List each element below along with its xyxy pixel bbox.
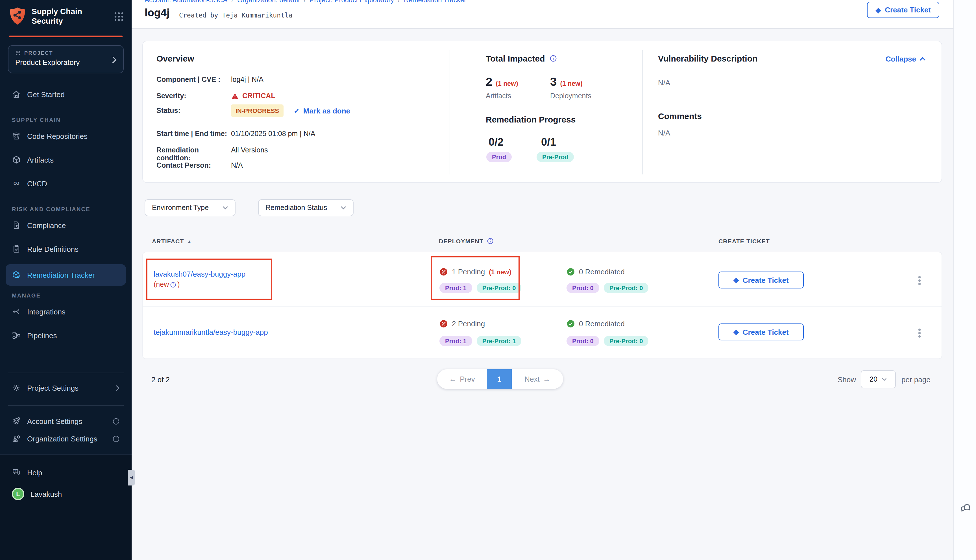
total-impacted-heading-row: Total Impacted [486, 53, 557, 63]
prev-page-button[interactable]: ← Prev [437, 369, 487, 389]
overview-row-component: Component | CVE : log4j | N/A [157, 76, 264, 83]
remediated-badges: Prod: 0 Pre-Prod: 0 [567, 336, 648, 346]
sidebar-item-cicd[interactable]: ∞ CI/CD [6, 175, 126, 192]
breadcrumb-organization[interactable]: Organization: default [237, 0, 300, 4]
card-divider [450, 50, 450, 175]
sidebar-item-artifacts[interactable]: Artifacts [6, 151, 126, 168]
card-divider [642, 50, 643, 175]
deployments-label: Deployments [550, 92, 591, 100]
column-header-create-ticket: CREATE TICKET [719, 238, 770, 245]
preprod-badge: Pre-Prod [537, 152, 574, 162]
user-name: Lavakush [30, 490, 62, 498]
integrations-icon [12, 307, 21, 316]
row-menu-kebab-icon[interactable] [914, 275, 925, 286]
breadcrumb-account[interactable]: Account: Automation-SSCA [145, 0, 228, 4]
severity-value: CRITICAL [231, 92, 275, 100]
info-icon[interactable] [170, 282, 176, 288]
sidebar-item-pipelines[interactable]: Pipelines [6, 327, 126, 344]
info-icon[interactable] [487, 238, 494, 245]
warning-triangle-icon [231, 92, 239, 100]
project-selector[interactable]: PROJECT Product Exploratory [8, 45, 124, 73]
next-page-button[interactable]: Next → [512, 369, 563, 389]
sidebar-item-compliance[interactable]: Compliance [6, 217, 126, 234]
comments-heading: Comments [658, 111, 702, 121]
row-menu-kebab-icon[interactable] [914, 327, 925, 339]
sidebar-item-project-settings[interactable]: Project Settings [6, 379, 126, 396]
pending-status: 1 Pending (1 new) [439, 268, 511, 276]
shield-logo-icon [9, 7, 26, 25]
sidebar-item-label: Pipelines [27, 331, 57, 340]
avatar: L [12, 488, 24, 500]
sidebar-item-rule-definitions[interactable]: Rule Definitions [6, 240, 126, 257]
user-menu[interactable]: L Lavakush [12, 488, 62, 500]
sidebar-item-label: Help [27, 468, 42, 477]
pending-icon [439, 320, 448, 328]
clipboard-check-icon [12, 245, 21, 253]
status-badge: IN-PROGRESS [231, 105, 284, 117]
page-size-select[interactable]: 20 [861, 370, 896, 388]
breadcrumb-current[interactable]: Remediation Tracker [404, 0, 466, 4]
environment-type-filter[interactable]: Environment Type [145, 199, 235, 216]
remediation-cube-icon [12, 270, 21, 280]
create-ticket-button-header[interactable]: ◆ Create Ticket [867, 2, 939, 18]
artifact-link[interactable]: tejakummarikuntla/easy-buggy-app [153, 328, 268, 337]
deployment-badges: Prod: 1 Pre-Prod: 1 [439, 336, 521, 346]
sidebar-item-integrations[interactable]: Integrations [6, 303, 126, 320]
sidebar-item-get-started[interactable]: Get Started [6, 86, 126, 103]
sidebar-item-account-settings[interactable]: Account Settings [6, 413, 126, 430]
column-header-artifact[interactable]: ARTIFACT ▲ [152, 238, 192, 245]
page-1-button[interactable]: 1 [487, 369, 512, 389]
sidebar-item-remediation-tracker[interactable]: Remediation Tracker [6, 264, 126, 286]
sidebar-collapse-handle[interactable]: ◀ [128, 470, 135, 485]
artifact-link[interactable]: lavakush07/easy-buggy-app [153, 270, 245, 278]
collapse-link[interactable]: Collapse [886, 55, 926, 63]
sidebar-item-label: Get Started [27, 90, 65, 98]
show-label: Show [838, 375, 856, 384]
right-utility-strip [953, 0, 976, 560]
chevron-right-icon [116, 385, 120, 391]
svg-text:?: ? [14, 469, 16, 472]
pipelines-icon [12, 331, 21, 340]
overview-row-condition: Remediation condition: All Versions [157, 146, 268, 162]
sidebar-item-label: Organization Settings [27, 434, 97, 443]
remediated-badges: Prod: 0 Pre-Prod: 0 [567, 283, 648, 293]
progress-preprod-value: 0/1 [541, 136, 556, 148]
comments-value: N/A [658, 129, 670, 137]
sidebar-item-label: Account Settings [27, 417, 82, 425]
overview-row-severity: Severity: CRITICAL [157, 92, 275, 100]
pending-status: 2 Pending [439, 320, 485, 328]
project-name: Product Exploratory [15, 58, 116, 67]
progress-prod-value: 0/2 [489, 136, 504, 148]
app-title: Supply Chain Security [32, 7, 82, 25]
vulnerability-description-value: N/A [658, 78, 670, 87]
sidebar-item-label: Rule Definitions [27, 245, 78, 253]
sidebar-item-organization-settings[interactable]: Organization Settings [6, 430, 126, 447]
project-eyebrow-label: PROJECT [24, 50, 53, 56]
summary-card: Overview Component | CVE : log4j | N/A S… [142, 41, 942, 183]
remediation-progress-heading: Remediation Progress [486, 115, 576, 124]
sidebar-item-help[interactable]: ? Help [6, 464, 126, 481]
infinity-icon: ∞ [12, 179, 21, 188]
breadcrumb-project[interactable]: Project: Product Exploratory [310, 0, 394, 4]
info-icon[interactable] [550, 55, 557, 62]
result-count: 2 of 2 [151, 375, 170, 384]
create-ticket-button-row[interactable]: ◆ Create Ticket [719, 323, 804, 340]
breadcrumb: Account: Automation-SSCA/Organization: d… [145, 0, 466, 4]
section-supply-chain: SUPPLY CHAIN [6, 117, 126, 123]
create-ticket-button-row[interactable]: ◆ Create Ticket [719, 272, 804, 288]
mark-as-done-link[interactable]: ✓ Mark as done [294, 107, 350, 115]
info-icon[interactable] [112, 435, 120, 442]
sidebar-divider [8, 373, 124, 373]
chevron-down-icon [882, 378, 887, 381]
app-grid-icon[interactable] [114, 12, 124, 22]
vulnerability-description-heading: Vulnerability Description [658, 53, 757, 63]
sidebar-item-label: Integrations [27, 307, 65, 316]
chevron-down-icon [222, 206, 228, 210]
remediation-status-filter[interactable]: Remediation Status [258, 199, 354, 216]
sidebar-item-code-repositories[interactable]: Code Repositories [6, 128, 126, 145]
layers-gear-icon [12, 417, 21, 426]
sidebar-footer: ? Help L Lavakush [0, 455, 132, 560]
chat-bubbles-icon[interactable] [959, 500, 972, 513]
sidebar-item-label: Remediation Tracker [27, 271, 95, 279]
info-icon[interactable] [112, 417, 120, 425]
